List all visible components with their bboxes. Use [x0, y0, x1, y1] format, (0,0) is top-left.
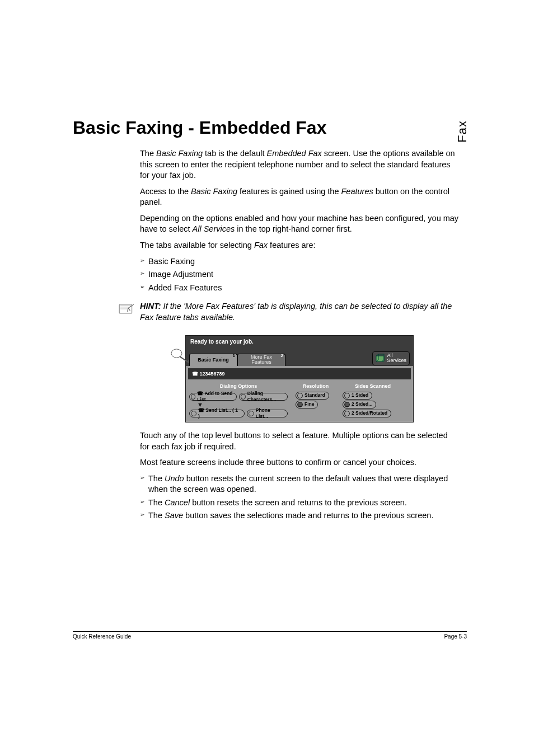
intro-paragraph-4: The tabs available for selecting Fax fea… — [140, 240, 459, 251]
ts-tab-label: Basic Faxing — [198, 358, 229, 363]
text-italic: Save — [165, 511, 183, 520]
label: Standard — [305, 392, 325, 398]
text-italic: Basic Faxing — [156, 149, 203, 158]
all-services-icon — [376, 354, 385, 363]
ts-tab-more-fax-features[interactable]: More FaxFeatures 2 — [237, 354, 285, 366]
page-title: Basic Faxing - Embedded Fax — [73, 118, 467, 138]
ts-all-services-label: AllServices — [387, 353, 406, 364]
ts-column-title-dialing: Dialing Options — [188, 383, 289, 389]
label: 1 Sided — [352, 392, 368, 398]
text: features is gained using the — [237, 187, 341, 196]
ts-add-to-send-list-button[interactable]: ☎ Add to Send List — [189, 393, 237, 401]
text-italic: Cancel — [165, 498, 190, 507]
ts-sides-1sided[interactable]: 1 Sided — [343, 392, 372, 400]
intro-paragraph-1: The Basic Faxing tab is the default Embe… — [140, 148, 459, 181]
ts-tab-badge: 2 — [281, 354, 283, 358]
footer-right: Page 5-3 — [444, 633, 467, 640]
ts-resolution-fine[interactable]: Fine — [296, 401, 318, 408]
text: Access to the — [140, 187, 191, 196]
footer-left: Quick Reference Guide — [73, 633, 131, 640]
text-italic: Embedded Fax — [267, 149, 322, 158]
radio-dot-icon — [191, 411, 196, 416]
text-italic: Basic Faxing — [191, 187, 237, 196]
text: The — [148, 498, 165, 507]
list-item: The Save button saves the selections mad… — [140, 510, 459, 522]
ts-dialing-characters-button[interactable]: Dialing Characters... — [239, 393, 288, 401]
intro-paragraph-3: Depending on the options enabled and how… — [140, 213, 459, 235]
hint-label: HINT: — [140, 302, 161, 311]
radio-dot-icon — [297, 393, 303, 398]
ts-sides-2sided-rotated[interactable]: 2 Sided/Rotated — [343, 410, 391, 417]
hint-icon — [118, 301, 138, 319]
text: The — [148, 474, 165, 483]
pointer-callout-icon — [170, 348, 191, 368]
list-item: The Cancel button resets the screen and … — [140, 497, 459, 509]
radio-dot-icon — [241, 394, 245, 400]
text-italic: Features — [341, 187, 373, 196]
label: ☎ Send List... ( 1 ) — [198, 407, 241, 420]
list-item: Image Adjustment — [140, 269, 459, 280]
ts-tab-basic-faxing[interactable]: Basic Faxing 1 — [189, 354, 237, 366]
list-item: The Undo button resets the current scree… — [140, 473, 459, 495]
after-paragraph-1: Touch any of the top level buttons to se… — [140, 430, 459, 452]
hint-text: HINT: If the 'More Fax Features' tab is … — [140, 301, 459, 323]
ts-sides-2sided[interactable]: 2 Sided... — [343, 401, 376, 408]
list-item: Added Fax Features — [140, 283, 459, 294]
label: Dialing Characters... — [247, 391, 284, 403]
ts-tab-label: More FaxFeatures — [251, 355, 272, 365]
text: in the top right-hand corner first. — [235, 224, 352, 233]
label: Phone List... — [256, 407, 284, 420]
radio-dot-icon — [344, 411, 350, 416]
radio-dot-icon — [249, 411, 254, 416]
radio-dot-icon — [344, 393, 350, 398]
intro-paragraph-2: Access to the Basic Faxing features is g… — [140, 186, 459, 208]
text: The — [148, 511, 165, 520]
side-tab-label: Fax — [455, 120, 470, 143]
after-paragraph-2: Most feature screens include three butto… — [140, 457, 459, 468]
list-item: Basic Faxing — [140, 256, 459, 267]
hint-body: If the 'More Fax Features' tab is displa… — [140, 302, 452, 322]
ts-phone-list-button[interactable]: Phone List... — [247, 410, 288, 417]
ts-number-input[interactable]: ☎ 123456789 — [188, 368, 411, 379]
text: The — [140, 149, 156, 158]
radio-dot-icon — [297, 402, 303, 407]
text: button saves the selections made and ret… — [183, 511, 433, 520]
text-italic: Fax — [254, 241, 268, 250]
label: 2 Sided/Rotated — [352, 410, 387, 416]
text: button resets the screen and returns to … — [190, 498, 407, 507]
ts-all-services-button[interactable]: AllServices — [372, 351, 410, 365]
ts-send-list-button[interactable]: ☎ Send List... ( 1 ) — [189, 410, 245, 417]
radio-dot-icon — [344, 402, 350, 407]
text: tab is the default — [203, 149, 266, 158]
ts-column-title-sides: Sides Scanned — [343, 383, 403, 389]
touchscreen-screenshot: Ready to scan your job. Basic Faxing 1 — [185, 335, 414, 422]
radio-dot-icon — [191, 394, 195, 400]
text: features are: — [268, 241, 315, 250]
ts-tab-badge: 1 — [233, 354, 235, 358]
text-italic: Undo — [165, 474, 184, 483]
label: 2 Sided... — [352, 401, 372, 407]
ts-resolution-standard[interactable]: Standard — [296, 392, 329, 400]
label: Fine — [305, 401, 314, 407]
ts-column-title-resolution: Resolution — [296, 383, 336, 389]
text: button resets the current screen to the … — [148, 474, 448, 494]
text-italic: All Services — [193, 224, 235, 233]
ts-status-text: Ready to scan your job. — [186, 336, 413, 351]
text: The tabs available for selecting — [140, 241, 254, 250]
